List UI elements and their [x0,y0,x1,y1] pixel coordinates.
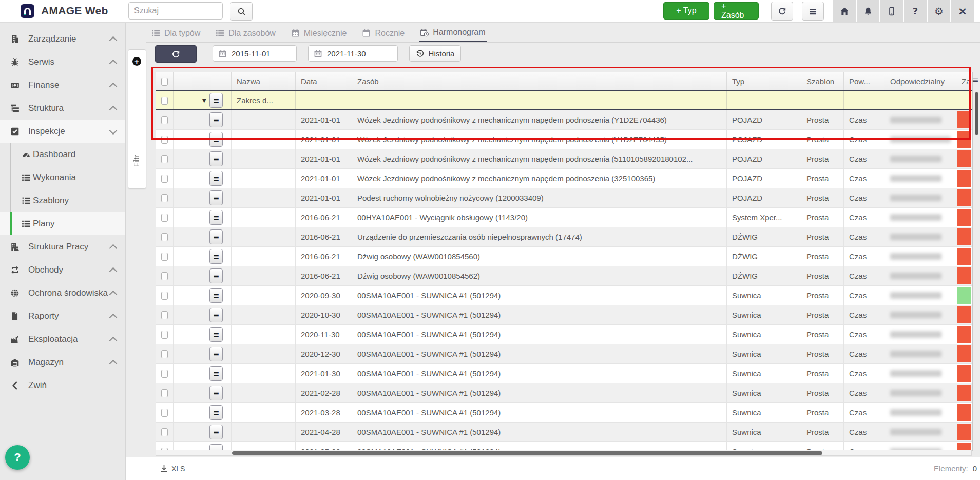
table-refresh-button[interactable] [155,45,197,63]
add-resource-button[interactable]: + Zasób [714,2,759,20]
table-row[interactable]: ≡2021-01-01Podest ruchomy wolnobieżny no… [156,188,972,208]
help-button[interactable]: ? [904,0,927,22]
search-input[interactable] [128,2,223,20]
mobile-button[interactable] [880,0,903,22]
notifications-button[interactable] [857,0,879,22]
date-from-input[interactable]: 2015-11-01 [213,45,297,62]
row-checkbox[interactable] [161,233,168,241]
row-checkbox[interactable] [161,350,168,358]
table-row[interactable]: ≡2020-10-3000SMA10AE001 - SUWNICA #1 (50… [156,305,972,325]
row-menu-button[interactable]: ≡ [209,425,223,439]
column-header-pow[interactable]: Pow... [844,72,885,90]
row-checkbox[interactable] [161,136,168,144]
filter-panel-tab[interactable]: + Filtr [128,49,146,189]
row-menu-button[interactable]: ≡ [209,268,223,283]
close-button[interactable]: × [951,0,974,22]
table-row[interactable]: ≡2021-02-2800SMA10AE001 - SUWNICA #1 (50… [156,383,972,403]
row-menu-button[interactable]: ≡ [209,171,223,186]
filter-nazwa-cell[interactable]: Zakres d... [232,91,296,109]
table-row[interactable]: ≡2020-09-3000SMA10AE001 - SUWNICA #1 (50… [156,286,972,305]
sidebar-item-obchody[interactable]: Obchody [0,258,125,281]
table-row[interactable]: ≡2021-04-2800SMA10AE001 - SUWNICA #1 (50… [156,423,972,442]
sidebar-item-plany[interactable]: Plany [0,212,125,235]
table-row[interactable]: ≡2021-01-01Wózek Jezdniowy podnośnikowy … [156,110,972,130]
row-checkbox[interactable] [161,428,168,436]
add-type-button[interactable]: + Typ [663,2,709,20]
tab-dla-zasobów[interactable]: Dla zasobów [215,24,277,42]
menu-button[interactable]: ≡ [802,2,824,21]
sidebar-item-eksploatacja[interactable]: Eksploatacja [0,328,125,351]
row-menu-button[interactable]: ≡ [209,112,223,127]
row-menu-button[interactable]: ≡ [209,93,223,108]
row-checkbox[interactable] [161,155,168,163]
row-checkbox[interactable] [161,409,168,417]
row-menu-button[interactable]: ≡ [209,347,223,361]
table-row[interactable]: ≡2021-01-01Wózek Jezdniowy podnośnikowy … [156,169,972,188]
row-checkbox[interactable] [161,116,168,124]
column-header-data[interactable]: Data [296,72,352,90]
row-menu-button[interactable]: ≡ [209,249,223,264]
sidebar-item-dashboard[interactable]: Dashboard [0,143,125,166]
table-row[interactable]: ≡2021-05-2800SMA10AE001 - SUWNICA #1 (50… [156,442,972,450]
row-checkbox[interactable] [161,97,168,105]
select-all-checkbox[interactable] [161,78,168,86]
horizontal-scrollbar[interactable] [156,450,972,456]
table-row[interactable]: ≡2016-06-21Dźwig osobowy (WAW0010854560)… [156,247,972,266]
sidebar-item-wykonania[interactable]: Wykonania [0,166,125,189]
tab-dla-typów[interactable]: Dla typów [150,24,201,42]
column-header-szablon[interactable]: Szablon [801,72,844,90]
column-config-icon[interactable]: ≡ [972,75,980,85]
row-checkbox[interactable] [161,214,168,222]
tab-harmonogram[interactable]: Harmonogram [419,24,486,42]
column-header-nazwa[interactable]: Nazwa [232,72,296,90]
column-header-odpowiedzialny[interactable]: Odpowiedzialny [885,72,956,90]
table-row[interactable]: ≡2016-06-21Urządzenie do przemieszczania… [156,227,972,247]
column-header-zasb[interactable]: Zasób [352,72,727,90]
sidebar-item-struktura-pracy[interactable]: Struktura Pracy [0,235,125,258]
table-row[interactable]: ≡2021-01-01Wózek Jezdniowy podnośnikowy … [156,130,972,149]
table-row[interactable]: ≡2021-01-3000SMA10AE001 - SUWNICA #1 (50… [156,364,972,383]
sidebar-item-ochrona-rodowiska[interactable]: Ochrona środowiska [0,281,125,304]
table-row[interactable]: ≡2021-03-2800SMA10AE001 - SUWNICA #1 (50… [156,403,972,423]
table-row[interactable]: ≡2020-12-3000SMA10AE001 - SUWNICA #1 (50… [156,344,972,364]
row-menu-button[interactable]: ≡ [209,366,223,381]
table-row[interactable]: ≡2016-06-21Dźwig osobowy (WAW0010854562)… [156,266,972,286]
column-header[interactable] [156,72,174,90]
row-menu-button[interactable]: ≡ [209,327,223,342]
sidebar-item-szablony[interactable]: Szablony [0,189,125,212]
row-checkbox[interactable] [161,311,168,319]
sidebar-item-finanse[interactable]: Finanse [0,73,125,97]
table-row[interactable]: ≡2021-01-01Wózek Jezdniowy podnośnikowy … [156,149,972,169]
sidebar-item-raporty[interactable]: Raporty [0,304,125,328]
chevron-down-icon[interactable]: ▼ [202,97,206,104]
sidebar-item-zarz-dzanie[interactable]: Zarządzanie [0,27,125,50]
search-button[interactable] [230,2,253,21]
row-menu-button[interactable]: ≡ [209,151,223,166]
row-menu-button[interactable]: ≡ [209,308,223,322]
sidebar-item-serwis[interactable]: Serwis [0,50,125,73]
column-header-za[interactable]: Za [956,72,972,90]
row-menu-button[interactable]: ≡ [209,386,223,400]
row-checkbox[interactable] [161,272,168,280]
row-checkbox[interactable] [161,292,168,300]
row-menu-button[interactable]: ≡ [209,405,223,420]
history-button[interactable]: Historia [409,45,461,62]
row-checkbox[interactable] [161,389,168,397]
row-menu-button[interactable]: ≡ [209,190,223,205]
table-row[interactable]: ≡2016-06-2100HYA10AE001 - Wyciągnik obsł… [156,208,972,227]
settings-button[interactable]: ⚙ [928,0,950,22]
sidebar-item-zwi-[interactable]: Zwiń [0,374,125,397]
row-checkbox[interactable] [161,194,168,202]
date-to-input[interactable]: 2021-11-30 [308,45,398,62]
row-menu-button[interactable]: ≡ [209,229,223,244]
row-menu-button[interactable]: ≡ [209,210,223,225]
row-checkbox[interactable] [161,175,168,183]
row-checkbox[interactable] [161,331,168,339]
scrollbar-thumb[interactable] [232,451,822,455]
column-header[interactable] [174,72,232,90]
tab-miesięcznie[interactable]: Miesięcznie [290,24,348,42]
sidebar-item-magazyn[interactable]: Magazyn [0,351,125,374]
add-filter-icon[interactable]: + [132,57,141,66]
sidebar-item-struktura[interactable]: Struktura [0,97,125,120]
row-checkbox[interactable] [161,253,168,261]
